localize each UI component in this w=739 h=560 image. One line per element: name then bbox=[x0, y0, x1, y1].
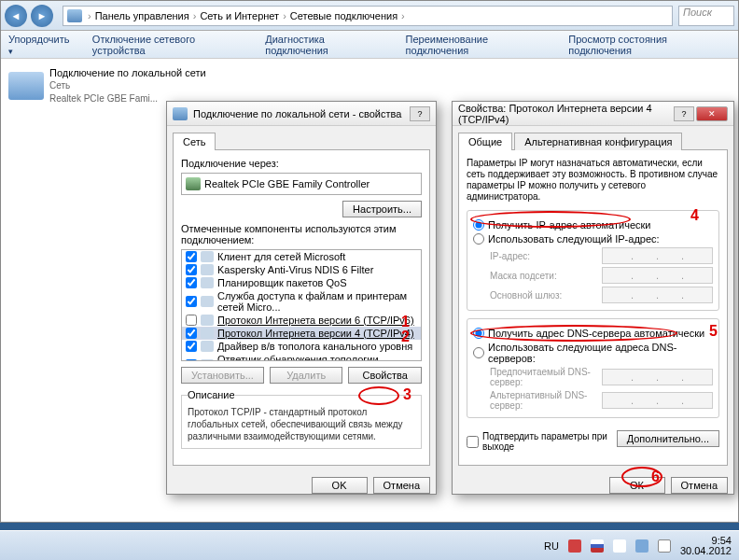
search-input[interactable]: Поиск bbox=[678, 6, 734, 26]
component-icon bbox=[201, 341, 214, 352]
list-item: Клиент для сетей Microsoft bbox=[182, 250, 421, 263]
component-checkbox[interactable] bbox=[186, 277, 197, 288]
breadcrumb-part[interactable]: Сеть и Интернет bbox=[200, 10, 279, 21]
toolbar: Упорядочить Отключение сетевого устройст… bbox=[1, 31, 738, 59]
breadcrumb-part[interactable]: Панель управления bbox=[95, 10, 189, 21]
description-text: Протокол TCP/IP - стандартный протокол г… bbox=[188, 406, 415, 442]
clock[interactable]: 9:54 30.04.2012 bbox=[680, 536, 732, 556]
toolbar-status[interactable]: Просмотр состояния подключения bbox=[568, 34, 731, 56]
dns1-label: Предпочитаемый DNS-сервер: bbox=[490, 367, 602, 387]
component-checkbox[interactable] bbox=[186, 264, 197, 275]
ipv4-properties-dialog: Свойства: Протокол Интернета версии 4 (T… bbox=[452, 101, 734, 495]
volume-icon[interactable] bbox=[658, 539, 671, 553]
titlebar[interactable]: Подключение по локальной сети - свойства… bbox=[167, 102, 436, 126]
forward-button[interactable]: ► bbox=[31, 5, 53, 27]
network-icon bbox=[173, 107, 188, 120]
help-button[interactable]: ? bbox=[410, 106, 430, 121]
ip-group: Получить IP-адрес автоматически Использо… bbox=[467, 210, 719, 311]
gateway-label: Основной шлюз: bbox=[490, 290, 602, 301]
nav-bar: ◄ ► › Панель управления › Сеть и Интерне… bbox=[1, 1, 738, 31]
radio-ip-manual[interactable] bbox=[473, 233, 484, 245]
breadcrumb-part[interactable]: Сетевые подключения bbox=[290, 10, 397, 21]
dialog-title: Подключение по локальной сети - свойства bbox=[193, 108, 410, 119]
toolbar-diagnose[interactable]: Диагностика подключения bbox=[265, 34, 388, 56]
component-checkbox[interactable] bbox=[186, 315, 197, 326]
list-item: Протокол Интернета версии 6 (TCP/IPv6) bbox=[182, 314, 421, 327]
ok-button[interactable]: ОК bbox=[609, 477, 665, 494]
adapter-name: Realtek PCIe GBE Family Controller bbox=[204, 178, 370, 189]
radio-dns-manual[interactable] bbox=[473, 347, 484, 358]
component-icon bbox=[201, 251, 214, 262]
list-item: Драйвер в/в тополога канального уровня bbox=[182, 340, 421, 353]
connection-item[interactable]: Подключение по локальной сети Сеть Realt… bbox=[8, 66, 731, 105]
breadcrumb[interactable]: › Панель управления › Сеть и Интернет › … bbox=[63, 6, 673, 26]
component-icon bbox=[201, 296, 214, 307]
tab-alternate[interactable]: Альтернативная конфигурация bbox=[514, 133, 682, 150]
component-icon bbox=[201, 277, 214, 288]
ip-address-field: ... bbox=[602, 247, 713, 264]
tray-icon[interactable] bbox=[568, 539, 581, 553]
connect-via-label: Подключение через: bbox=[181, 158, 422, 169]
component-icon bbox=[201, 264, 214, 275]
component-icon bbox=[201, 328, 214, 339]
info-text: Параметры IP могут назначаться автоматич… bbox=[467, 158, 719, 203]
dns1-field: ... bbox=[602, 369, 713, 385]
close-button[interactable]: ✕ bbox=[696, 106, 728, 121]
subnet-mask-field: ... bbox=[602, 267, 713, 284]
ip-address-label: IP-адрес: bbox=[490, 251, 602, 261]
component-checkbox[interactable] bbox=[186, 359, 197, 361]
install-button[interactable]: Установить... bbox=[181, 367, 264, 384]
component-icon bbox=[201, 359, 214, 361]
toolbar-disable[interactable]: Отключение сетевого устройства bbox=[92, 34, 248, 56]
date: 30.04.2012 bbox=[680, 546, 732, 556]
properties-button[interactable]: Свойства bbox=[348, 367, 422, 384]
toolbar-organize[interactable]: Упорядочить bbox=[8, 34, 76, 56]
dns-group: Получить адрес DNS-сервера автоматически… bbox=[467, 318, 719, 418]
component-checkbox[interactable] bbox=[186, 251, 197, 262]
list-item: Ответчик обнаружения топологии канальног… bbox=[182, 353, 421, 361]
tab-network[interactable]: Сеть bbox=[173, 133, 216, 150]
connection-properties-dialog: Подключение по локальной сети - свойства… bbox=[166, 101, 437, 495]
component-checkbox[interactable] bbox=[186, 328, 197, 339]
component-checkbox[interactable] bbox=[186, 341, 197, 352]
ok-button[interactable]: OK bbox=[312, 477, 368, 494]
titlebar[interactable]: Свойства: Протокол Интернета версии 4 (T… bbox=[453, 102, 733, 126]
component-icon bbox=[201, 315, 214, 326]
radio-ip-auto[interactable] bbox=[473, 219, 484, 231]
network-icon bbox=[8, 72, 44, 100]
list-item-selected: Протокол Интернета версии 4 (TCP/IPv4) bbox=[182, 327, 421, 340]
tray-icon[interactable] bbox=[613, 539, 626, 553]
nic-icon bbox=[186, 177, 201, 190]
radio-dns-auto[interactable] bbox=[473, 328, 484, 339]
list-item: Kaspersky Anti-Virus NDIS 6 Filter bbox=[182, 263, 421, 276]
back-button[interactable]: ◄ bbox=[5, 5, 27, 27]
subnet-mask-label: Маска подсети: bbox=[490, 271, 602, 281]
toolbar-rename[interactable]: Переименование подключения bbox=[406, 34, 552, 56]
help-button[interactable]: ? bbox=[674, 106, 694, 121]
control-panel-icon bbox=[67, 9, 82, 22]
dns2-field: ... bbox=[602, 392, 713, 409]
cancel-button[interactable]: Отмена bbox=[373, 477, 430, 494]
description-group: Описание Протокол TCP/IP - стандартный п… bbox=[181, 389, 422, 449]
language-indicator[interactable]: RU bbox=[544, 540, 559, 552]
taskbar[interactable]: RU 9:54 30.04.2012 bbox=[0, 530, 739, 560]
uninstall-button[interactable]: Удалить bbox=[270, 367, 343, 384]
time: 9:54 bbox=[680, 536, 732, 546]
configure-button[interactable]: Настроить... bbox=[342, 201, 422, 217]
tab-general[interactable]: Общие bbox=[458, 133, 512, 150]
network-tray-icon[interactable] bbox=[635, 539, 648, 553]
flag-icon[interactable] bbox=[591, 539, 604, 553]
list-item: Планировщик пакетов QoS bbox=[182, 276, 421, 289]
advanced-button[interactable]: Дополнительно... bbox=[617, 430, 719, 447]
dns2-label: Альтернативный DNS-сервер: bbox=[490, 390, 602, 411]
connection-name: Подключение по локальной сети bbox=[49, 66, 206, 79]
cancel-button[interactable]: Отмена bbox=[671, 477, 728, 494]
validate-checkbox[interactable] bbox=[467, 436, 479, 448]
components-list[interactable]: Клиент для сетей Microsoft Kaspersky Ant… bbox=[181, 249, 422, 361]
description-heading: Описание bbox=[188, 389, 235, 400]
dialog-title: Свойства: Протокол Интернета версии 4 (T… bbox=[458, 103, 674, 125]
component-checkbox[interactable] bbox=[186, 296, 197, 307]
connection-category: Сеть bbox=[49, 79, 206, 92]
gateway-field: ... bbox=[602, 287, 713, 303]
components-label: Отмеченные компоненты используются этим … bbox=[181, 223, 422, 245]
